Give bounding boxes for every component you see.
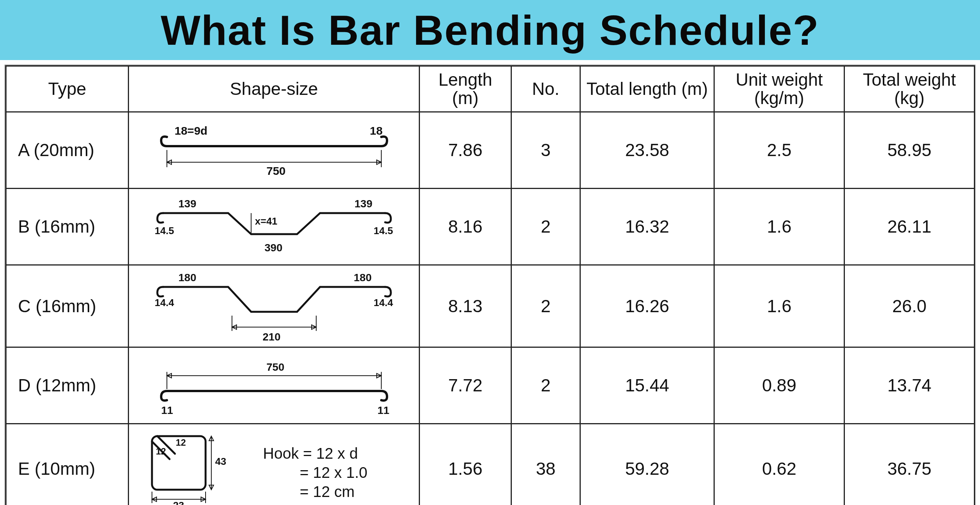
ann-hook-r: 11	[377, 404, 389, 416]
shape-a-icon: 18=9d 18 750	[140, 119, 408, 181]
unit-weight-cell: 1.6	[714, 188, 844, 265]
ann-hook-r: 14.5	[374, 225, 393, 236]
table-row: D (12mm) 750 11 11 7.72 2 15.44	[6, 347, 975, 424]
unit-weight-cell: 0.62	[714, 424, 844, 505]
table-row: A (20mm) 18=9d 18 750	[6, 112, 975, 188]
hdr-unit-weight: Unit weight (kg/m)	[714, 66, 844, 112]
hdr-shape: Shape-size	[129, 66, 420, 112]
length-cell: 8.16	[420, 188, 511, 265]
length-cell: 8.13	[420, 265, 511, 347]
unit-weight-cell: 2.5	[714, 112, 844, 188]
total-weight-cell: 26.0	[844, 265, 975, 347]
ann-span: 750	[266, 165, 286, 177]
unit-weight-cell: 0.89	[714, 347, 844, 424]
no-cell: 2	[511, 265, 580, 347]
ann-hook-l: 14.5	[155, 225, 174, 236]
total-length-cell: 23.58	[580, 112, 714, 188]
ann-tail1: 12	[176, 437, 186, 448]
total-weight-cell: 26.11	[844, 188, 975, 265]
schedule-table-wrap: Type Shape-size Length (m) No. Total len…	[5, 65, 975, 505]
hook-note-line: = 12 cm	[263, 482, 368, 501]
schedule-table: Type Shape-size Length (m) No. Total len…	[5, 65, 975, 505]
hdr-length: Length (m)	[420, 66, 511, 112]
ann-top-r: 180	[354, 272, 372, 283]
no-cell: 38	[511, 424, 580, 505]
no-cell: 3	[511, 112, 580, 188]
length-cell: 7.72	[420, 347, 511, 424]
type-cell: D (12mm)	[6, 347, 129, 424]
total-length-cell: 16.32	[580, 188, 714, 265]
no-cell: 2	[511, 347, 580, 424]
hdr-no: No.	[511, 66, 580, 112]
shape-cell-d: 750 11 11	[129, 347, 420, 424]
shape-cell-a: 18=9d 18 750	[129, 112, 420, 188]
shape-d-icon: 750 11 11	[140, 353, 408, 418]
ann-height: 43	[215, 456, 226, 467]
total-length-cell: 15.44	[580, 347, 714, 424]
shape-cell-e: 12 12 43 23 Hook = 12 x d = 12 x 1.0 = 1…	[129, 424, 420, 505]
table-row: E (10mm)	[6, 424, 975, 505]
total-weight-cell: 36.75	[844, 424, 975, 505]
ann-hook-l: 14.4	[155, 297, 174, 308]
total-weight-cell: 13.74	[844, 347, 975, 424]
type-cell: C (16mm)	[6, 265, 129, 347]
ann-span: 750	[266, 361, 284, 373]
shape-e-icon: 12 12 43 23	[133, 428, 255, 505]
ann-bottom: 210	[263, 331, 281, 343]
unit-weight-cell: 1.6	[714, 265, 844, 347]
hdr-total-weight: Total weight (kg)	[844, 66, 975, 112]
type-cell: B (16mm)	[6, 188, 129, 265]
ann-hook-r: 14.4	[374, 297, 393, 308]
length-cell: 7.86	[420, 112, 511, 188]
total-length-cell: 59.28	[580, 424, 714, 505]
hook-note-line: = 12 x 1.0	[263, 463, 368, 482]
shape-cell-c: 180 180 14.4 14.4 210	[129, 265, 420, 347]
length-cell: 1.56	[420, 424, 511, 505]
ann-hook-r: 18	[370, 124, 382, 137]
type-cell: A (20mm)	[6, 112, 129, 188]
ann-hook-l: 18=9d	[175, 124, 207, 137]
hdr-total-length: Total length (m)	[580, 66, 714, 112]
hdr-type: Type	[6, 66, 129, 112]
ann-width: 23	[173, 500, 184, 505]
ann-bottom: 390	[265, 242, 283, 254]
type-cell: E (10mm)	[6, 424, 129, 505]
page-title: What Is Bar Bending Schedule?	[161, 6, 819, 54]
table-row: C (16mm) 180 180 14.4 14.4 210	[6, 265, 975, 347]
no-cell: 2	[511, 188, 580, 265]
shape-c-icon: 180 180 14.4 14.4 210	[140, 268, 408, 344]
shape-b-icon: 139 139 14.5 14.5 x=41 390	[140, 192, 408, 261]
ann-top-l: 139	[178, 198, 196, 210]
header-row: Type Shape-size Length (m) No. Total len…	[6, 66, 975, 112]
ann-top-l: 180	[178, 272, 196, 283]
ann-top-r: 139	[354, 198, 372, 210]
ann-hook-l: 11	[161, 404, 173, 416]
shape-cell-b: 139 139 14.5 14.5 x=41 390	[129, 188, 420, 265]
ann-tail2: 12	[156, 446, 166, 456]
hook-note-line: Hook = 12 x d	[263, 444, 368, 463]
hook-note: Hook = 12 x d = 12 x 1.0 = 12 cm	[263, 444, 368, 501]
ann-mid: x=41	[255, 215, 278, 227]
table-row: B (16mm) 139 139 14.5 14.5 x=41 390 8.16…	[6, 188, 975, 265]
total-weight-cell: 58.95	[844, 112, 975, 188]
title-banner: What Is Bar Bending Schedule?	[0, 0, 980, 60]
total-length-cell: 16.26	[580, 265, 714, 347]
